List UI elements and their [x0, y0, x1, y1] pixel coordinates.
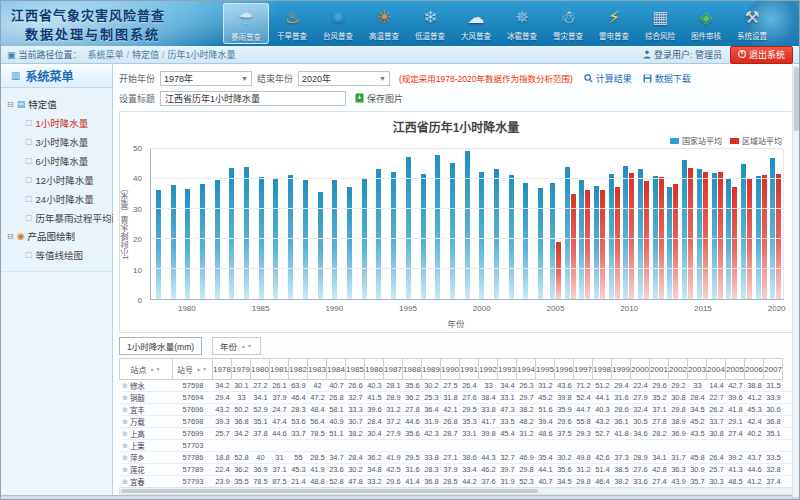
bar-区域站平均-2014[interactable]	[688, 168, 693, 299]
bar-区域站平均-2016[interactable]	[718, 172, 723, 299]
year-column-header-1993[interactable]: 1993	[498, 358, 517, 380]
toolbar-item-hail[interactable]: ✵冰雹普查	[499, 3, 545, 44]
bar-国家站平均-1983[interactable]	[229, 168, 234, 299]
toolbar-item-calculator[interactable]: ▦综合风险	[637, 3, 683, 44]
station-name-cell[interactable]: ⊕莲花	[119, 464, 173, 475]
year-column-header-2003[interactable]: 2003	[688, 358, 707, 380]
year-column-header-2007[interactable]: 2007	[764, 358, 783, 380]
bar-区域站平均-2017[interactable]	[732, 187, 737, 300]
bar-国家站平均-2001[interactable]	[494, 169, 499, 299]
year-column-header-1983[interactable]: 1983	[308, 358, 327, 380]
download-button[interactable]: 数据下载	[643, 72, 691, 85]
breadcrumb-item[interactable]: 系统菜单	[88, 50, 124, 60]
bar-区域站平均-2019[interactable]	[762, 175, 767, 300]
station-name-cell[interactable]: ⊕铜鼓	[119, 392, 173, 403]
sidebar-item-0-2[interactable]: ▢6小时降水量	[5, 151, 108, 170]
bar-国家站平均-1991[interactable]	[347, 187, 352, 300]
logout-button[interactable]: 退出系统	[730, 46, 793, 64]
bar-区域站平均-2006[interactable]	[571, 194, 576, 299]
bar-国家站平均-1996[interactable]	[421, 174, 426, 299]
year-column-header-1988[interactable]: 1988	[403, 358, 422, 380]
station-name-cell[interactable]: ⊕宜春	[119, 476, 173, 487]
bar-国家站平均-2006[interactable]	[565, 167, 570, 299]
year-column-header-2004[interactable]: 2004	[707, 358, 726, 380]
bar-区域站平均-2009[interactable]	[615, 187, 620, 300]
year-column-header-1987[interactable]: 1987	[384, 358, 403, 380]
toolbar-item-settings[interactable]: ⚒系统设置	[729, 3, 775, 44]
bar-国家站平均-2005[interactable]	[550, 183, 555, 299]
year-column-header-1998[interactable]: 1998	[593, 358, 612, 380]
year-column-header-2006[interactable]: 2006	[745, 358, 764, 380]
station-column-header[interactable]: 站点▲▼	[119, 358, 173, 380]
tree-group-0[interactable]: ⊟▤特定值	[5, 95, 108, 113]
bar-国家站平均-2000[interactable]	[479, 172, 484, 299]
bar-国家站平均-1993[interactable]	[376, 169, 381, 299]
measure-select[interactable]: 1小时降水量(mm)	[119, 337, 202, 355]
year-column-header-1984[interactable]: 1984	[327, 358, 346, 380]
toolbar-item-wind[interactable]: ☁大风普查	[453, 3, 499, 44]
bar-国家站平均-1988[interactable]	[303, 180, 308, 299]
bar-国家站平均-2014[interactable]	[682, 160, 687, 299]
year-column-header-1980[interactable]: 1980	[251, 358, 270, 380]
bar-国家站平均-1997[interactable]	[435, 155, 440, 299]
year-sort-control[interactable]: 年份 ▲▼	[212, 337, 261, 355]
calculate-button[interactable]: 计算结果	[584, 72, 632, 85]
toolbar-item-freeze[interactable]: ❄低温普查	[407, 3, 453, 44]
year-column-header-1992[interactable]: 1992	[479, 358, 498, 380]
station-name-cell[interactable]: ⊕萍乡	[119, 452, 173, 463]
bar-国家站平均-1982[interactable]	[215, 180, 220, 299]
station-name-cell[interactable]: ⊕上栗	[119, 440, 173, 451]
expand-icon[interactable]: ⊕	[122, 430, 128, 438]
bar-国家站平均-1978[interactable]	[156, 190, 161, 300]
bar-国家站平均-1984[interactable]	[244, 167, 249, 299]
bar-区域站平均-2011[interactable]	[644, 181, 649, 300]
year-column-header-2005[interactable]: 2005	[726, 358, 745, 380]
year-column-header-1978[interactable]: 1978	[213, 358, 232, 380]
save-image-button[interactable]: 保存图片	[355, 92, 403, 105]
station-id-column-header[interactable]: 站号▲▼	[173, 358, 213, 380]
year-column-header-1986[interactable]: 1986	[365, 358, 384, 380]
breadcrumb-item[interactable]: 特定值	[132, 50, 159, 60]
bar-区域站平均-2013[interactable]	[673, 184, 678, 300]
year-column-header-2001[interactable]: 2001	[650, 358, 669, 380]
bar-国家站平均-1981[interactable]	[200, 184, 205, 299]
toolbar-item-typhoon[interactable]: ✺台风普查	[315, 3, 361, 44]
toolbar-item-drought[interactable]: ♨干旱普查	[269, 3, 315, 44]
year-column-header-1997[interactable]: 1997	[574, 358, 593, 380]
station-name-cell[interactable]: ⊕宜丰	[119, 404, 173, 415]
expand-icon[interactable]: ⊕	[122, 382, 128, 390]
toolbar-item-heat[interactable]: ☀高温普查	[361, 3, 407, 44]
expand-icon[interactable]: ⊕	[122, 466, 128, 474]
breadcrumb-item[interactable]: 历年1小时降水量	[168, 50, 236, 60]
bar-国家站平均-1994[interactable]	[391, 172, 396, 300]
bar-国家站平均-1998[interactable]	[450, 163, 455, 300]
station-name-cell[interactable]: ⊕修水	[119, 380, 173, 391]
toolbar-item-snow[interactable]: ☃雪灾普查	[545, 3, 591, 44]
year-column-header-1989[interactable]: 1989	[422, 358, 441, 380]
year-column-header-1994[interactable]: 1994	[517, 358, 536, 380]
vscroll-thumb[interactable]	[794, 67, 799, 131]
bar-国家站平均-2013[interactable]	[667, 187, 672, 299]
bar-区域站平均-2008[interactable]	[600, 190, 605, 299]
sidebar-item-0-0[interactable]: ▢1小时降水量	[5, 113, 108, 132]
toolbar-item-map-review[interactable]: ◈图件审核	[683, 3, 729, 44]
year-column-header-1990[interactable]: 1990	[441, 358, 460, 380]
bar-区域站平均-2007[interactable]	[585, 190, 590, 300]
bar-国家站平均-2003[interactable]	[523, 183, 528, 299]
horizontal-scrollbar[interactable]	[119, 487, 793, 495]
expander-icon[interactable]: ⊟	[7, 100, 14, 109]
end-year-select[interactable]: 2020年 ▼	[298, 71, 390, 86]
bar-国家站平均-1980[interactable]	[185, 189, 190, 299]
bar-区域站平均-2015[interactable]	[703, 172, 708, 300]
bar-国家站平均-2010[interactable]	[623, 166, 628, 299]
bar-国家站平均-2015[interactable]	[697, 169, 702, 299]
tree-group-1[interactable]: ⊟◉产品图绘制	[5, 227, 108, 245]
bar-国家站平均-1999[interactable]	[465, 151, 470, 300]
expand-icon[interactable]: ⊕	[122, 478, 128, 486]
expand-icon[interactable]: ⊕	[122, 406, 128, 414]
station-name-cell[interactable]: ⊕上高	[119, 428, 173, 439]
year-column-header-1995[interactable]: 1995	[536, 358, 555, 380]
bar-国家站平均-2011[interactable]	[638, 169, 643, 300]
bar-国家站平均-2016[interactable]	[712, 173, 717, 299]
year-column-header-1999[interactable]: 1999	[612, 358, 631, 380]
